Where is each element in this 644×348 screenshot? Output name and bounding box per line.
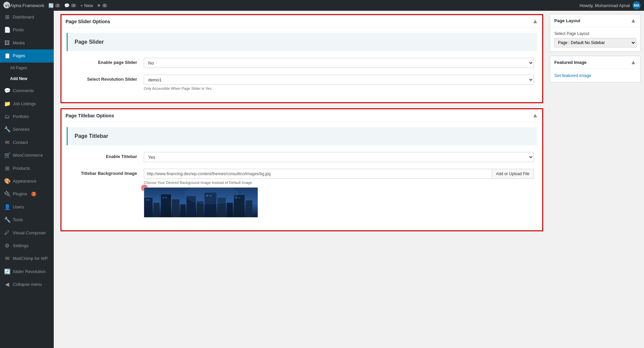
sidebar-item-appearance[interactable]: 🎨 Appearance — [0, 175, 54, 188]
tools-icon: 🔧 — [4, 216, 10, 224]
sidebar-item-collapse[interactable]: ◀ Collapse menu — [0, 278, 54, 291]
featured-image-box: Featured Image ▲ Set featured image — [550, 56, 641, 82]
featured-image-title: Featured Image — [554, 60, 587, 65]
sidebar-item-slider-revolution[interactable]: 🔄 Slider Revolution — [0, 265, 54, 278]
sidebar-label-tools: Tools — [13, 217, 23, 223]
page-layout-toggle[interactable]: ▲ — [630, 17, 636, 24]
sidebar-label-products: Products — [13, 165, 30, 171]
enable-slider-row: Enable page Slider No Yes — [67, 58, 537, 68]
sidebar-item-comments[interactable]: 💬 Comments — [0, 84, 54, 97]
page-titlebar-options-body: Page Titlebar Enable Titlebar Yes No — [61, 122, 542, 230]
sidebar-item-visual-composer[interactable]: 🖊 Visual Composer — [0, 226, 54, 239]
mailchimp-icon: ✉ — [4, 255, 10, 262]
new-item[interactable]: + New — [80, 3, 93, 8]
sidebar-item-media[interactable]: 🖼 Media — [0, 37, 54, 49]
sidebar-label-media: Media — [13, 40, 25, 46]
featured-image-body: Set featured image — [550, 69, 640, 82]
sidebar-label-job-listings: Job Listings — [13, 101, 36, 107]
visual-composer-icon: 🖊 — [4, 229, 10, 236]
enable-titlebar-select[interactable]: Yes No — [144, 152, 534, 162]
sidebar-item-pages[interactable]: 📋 Pages — [0, 49, 54, 62]
sidebar-label-comments: Comments — [13, 88, 34, 94]
page-titlebar-options-box: Page Titlebar Options ▲ Page Titlebar En… — [60, 108, 543, 231]
plugins-icon: 🔌 — [4, 190, 10, 198]
pages-icon: 📋 — [4, 52, 10, 60]
svg-rect-14 — [148, 199, 149, 200]
sidebar-item-products[interactable]: ⊞ Products — [0, 162, 54, 175]
svg-rect-20 — [239, 197, 240, 198]
image-preview-wrap: − — [144, 187, 258, 218]
sidebar-item-posts[interactable]: 📄 Posts — [0, 24, 54, 36]
add-upload-file-button[interactable]: Add or Upload File — [492, 169, 534, 179]
sidebar-item-settings[interactable]: ⚙ Settings — [0, 239, 54, 252]
select-page-layout-label: Select Page Layout — [554, 31, 636, 36]
sidebar-item-contact[interactable]: ✉ Contact — [0, 136, 54, 149]
revolution-slider-control: demo1 Only Accessible When Page Slider i… — [144, 75, 534, 90]
sidebar-subitem-all-pages[interactable]: All Pages — [0, 63, 54, 74]
settings-icon: ⚙ — [4, 242, 10, 249]
page-layout-header: Page Layout ▲ — [550, 14, 640, 27]
enable-slider-label: Enable page Slider — [70, 58, 144, 65]
page-titlebar-section-header: Page Titlebar — [67, 127, 537, 145]
job-listings-icon: 📁 — [4, 100, 10, 108]
titlebar-bg-image-label: Titlebar Background Image — [70, 169, 144, 176]
woocommerce-icon: 🛒 — [4, 152, 10, 159]
sidebar-item-job-listings[interactable]: 📁 Job Listings — [0, 98, 54, 110]
sidebar-label-portfolio: Portfolio — [13, 114, 29, 120]
sidebar-label-appearance: Appearance — [13, 178, 36, 184]
bg-image-url-input[interactable] — [144, 169, 492, 179]
svg-rect-2 — [154, 203, 160, 218]
comments-item[interactable]: 💬0 — [64, 3, 76, 8]
svg-rect-16 — [165, 197, 167, 198]
sidebar-label-mailchimp: MailChimp for WP — [13, 256, 48, 262]
preview-svg — [144, 188, 258, 218]
enable-titlebar-row: Enable Titlebar Yes No — [67, 152, 537, 162]
page-layout-title: Page Layout — [554, 18, 580, 23]
sidebar-item-plugins[interactable]: 🔌 Plugins 2 — [0, 188, 54, 200]
admin-bar: Alpha Framework 🔄2 💬0 + New ✈0 Howdy, Mu… — [0, 0, 644, 11]
wp-admin-layout: ⊞ Dashboard 📄 Posts 🖼 Media 📋 Pages All … — [0, 11, 644, 348]
set-featured-image-link[interactable]: Set featured image — [554, 73, 591, 78]
sidebar-item-services[interactable]: 🔧 Services — [0, 123, 54, 136]
sidebar-item-mailchimp[interactable]: ✉ MailChimp for WP — [0, 252, 54, 265]
page-slider-toggle-btn[interactable]: ▲ — [532, 18, 538, 25]
sidebar-label-add-new: Add New — [10, 76, 27, 82]
page-slider-options-body: Page Slider Enable page Slider No Yes — [61, 28, 542, 102]
sidebar-label-visual-composer: Visual Composer — [13, 230, 46, 236]
howdy-text: Howdy, Muhammad Ajmal — [579, 3, 630, 8]
sidebar-label-users: Users — [13, 204, 24, 210]
contact-icon: ✉ — [4, 139, 10, 146]
sidebar-item-tools[interactable]: 🔧 Tools — [0, 214, 54, 226]
sidebar-label-contact: Contact — [13, 140, 28, 146]
revolution-slider-hint: Only Accessible When Page Slider is Yes. — [144, 86, 534, 90]
page-layout-select[interactable]: Page : Default No Sidebar Page : Left Si… — [554, 38, 636, 47]
sidebar-label-settings: Settings — [13, 243, 29, 249]
sidebar-label-services: Services — [13, 126, 30, 132]
sidebar-label-pages: Pages — [13, 53, 25, 59]
updates-item[interactable]: 🔄2 — [48, 3, 60, 8]
main-content: Page Slider Options ▲ Page Slider Enable… — [54, 11, 550, 348]
svg-rect-13 — [146, 199, 147, 200]
updates-count-item[interactable]: ✈0 — [97, 3, 108, 8]
sidebar-label-woocommerce: WooCommerce — [13, 152, 43, 158]
users-icon: 👤 — [4, 203, 10, 211]
sidebar-subitem-add-new[interactable]: Add New — [0, 73, 54, 84]
site-name[interactable]: Alpha Framework — [10, 3, 44, 8]
sidebar-item-woocommerce[interactable]: 🛒 WooCommerce — [0, 149, 54, 162]
svg-rect-4 — [172, 199, 179, 218]
svg-rect-1 — [144, 198, 153, 218]
sidebar-label-slider-revolution: Slider Revolution — [13, 269, 46, 275]
admin-sidebar: ⊞ Dashboard 📄 Posts 🖼 Media 📋 Pages All … — [0, 11, 54, 348]
svg-rect-15 — [163, 197, 164, 198]
page-titlebar-toggle-btn[interactable]: ▲ — [532, 112, 538, 119]
revolution-slider-select[interactable]: demo1 — [144, 75, 534, 85]
sidebar-item-dashboard[interactable]: ⊞ Dashboard — [0, 11, 54, 24]
featured-image-toggle[interactable]: ▲ — [630, 59, 636, 66]
products-icon: ⊞ — [4, 165, 10, 172]
featured-image-header: Featured Image ▲ — [550, 56, 640, 69]
sidebar-item-users[interactable]: 👤 Users — [0, 201, 54, 214]
enable-titlebar-control: Yes No — [144, 152, 534, 162]
sidebar-item-portfolio[interactable]: 🗂 Portfolio — [0, 110, 54, 123]
enable-slider-select[interactable]: No Yes — [144, 58, 534, 68]
avatar[interactable]: MA — [633, 1, 641, 9]
